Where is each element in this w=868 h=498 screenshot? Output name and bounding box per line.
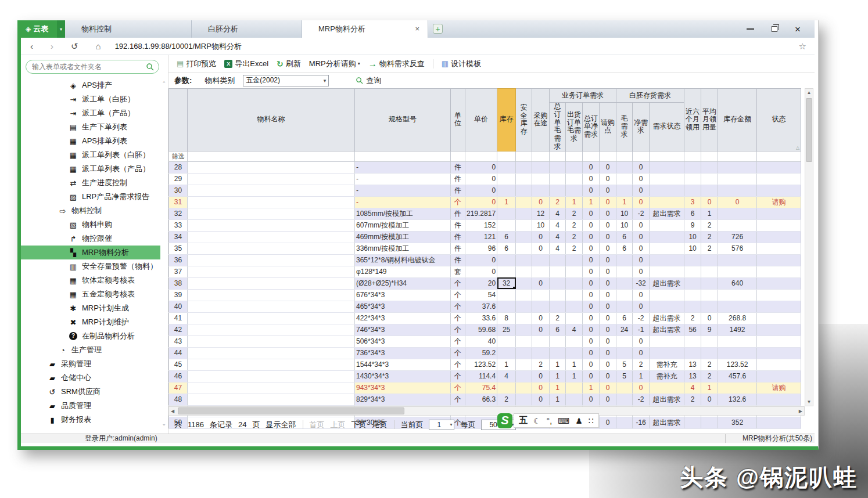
col-header-order-gross[interactable]: 总订单毛需求 bbox=[550, 103, 566, 151]
cell-six-month[interactable] bbox=[684, 289, 701, 301]
cell-spec[interactable]: - bbox=[355, 173, 451, 185]
cell-blank-net[interactable]: 0 bbox=[633, 301, 650, 312]
cell-stock[interactable] bbox=[497, 254, 516, 266]
cell-blank-net[interactable]: 0 bbox=[633, 231, 650, 243]
grid-icon[interactable]: ∷ bbox=[589, 416, 594, 425]
cell-six-month[interactable]: 2 bbox=[684, 394, 701, 405]
cell-transit[interactable]: 10 bbox=[532, 219, 550, 231]
show-all-button[interactable]: 显示全部 bbox=[266, 420, 296, 430]
cell-req-point[interactable]: 0 bbox=[600, 289, 616, 301]
cell-safety[interactable] bbox=[516, 173, 532, 185]
cell-unit[interactable]: 个 bbox=[451, 394, 465, 405]
cell-order-net[interactable]: 0 bbox=[583, 301, 600, 312]
cell-blank-gross[interactable] bbox=[616, 173, 633, 185]
cell-stock[interactable]: 1 bbox=[497, 196, 516, 208]
cell-month-avg[interactable] bbox=[701, 254, 718, 266]
cell-month-avg[interactable]: 1 bbox=[701, 382, 718, 394]
cell-blank-net[interactable]: 0 bbox=[633, 185, 650, 196]
cell-status[interactable] bbox=[757, 243, 801, 254]
cell-order-gross[interactable] bbox=[550, 289, 566, 301]
cell-amount[interactable]: 726 bbox=[718, 231, 757, 243]
cell-status[interactable] bbox=[757, 161, 801, 173]
sidebar-item[interactable]: ✖MRP计划维护 bbox=[21, 315, 160, 329]
cell-spec[interactable]: 506*34*3 bbox=[355, 335, 451, 347]
sidebar-scroll-up-icon[interactable]: ⌃ bbox=[162, 81, 166, 86]
sidebar-item[interactable]: ▦五金定额考核表 bbox=[21, 287, 160, 301]
cell-safety[interactable] bbox=[516, 161, 532, 173]
cell-order-net[interactable]: 0 bbox=[583, 161, 600, 173]
filter-cell-ship-gross[interactable] bbox=[566, 151, 583, 161]
cell-transit[interactable]: 2 bbox=[532, 359, 550, 370]
cell-month-avg[interactable] bbox=[701, 266, 718, 277]
cell-demand-status[interactable] bbox=[650, 335, 684, 347]
cell-month-avg[interactable]: 2 bbox=[701, 243, 718, 254]
cell-ship-gross[interactable]: 2 bbox=[566, 208, 583, 219]
cell-stock[interactable]: 2 bbox=[497, 394, 516, 405]
cell-month-avg[interactable]: 0 bbox=[701, 196, 718, 208]
cell-order-net[interactable]: 0 bbox=[583, 359, 600, 370]
cell-order-gross[interactable]: 2 bbox=[550, 196, 566, 208]
cell-status[interactable] bbox=[757, 301, 801, 312]
cell-name[interactable] bbox=[188, 161, 355, 173]
cell-stock[interactable]: 6 bbox=[497, 231, 516, 243]
cell-stock[interactable] bbox=[497, 335, 516, 347]
cell-ship-gross[interactable] bbox=[566, 347, 583, 359]
cell-amount[interactable] bbox=[718, 266, 757, 277]
cell-blank-net[interactable]: 0 bbox=[633, 196, 650, 208]
cell-month-avg[interactable] bbox=[701, 289, 718, 301]
cell-name[interactable] bbox=[188, 219, 355, 231]
cell-unit[interactable]: 个 bbox=[451, 277, 465, 289]
cell-status[interactable] bbox=[757, 335, 801, 347]
tab-close-icon[interactable]: × bbox=[415, 24, 419, 33]
row-number[interactable]: 35 bbox=[169, 243, 188, 254]
cell-six-month[interactable] bbox=[684, 266, 701, 277]
cell-name[interactable] bbox=[188, 301, 355, 312]
filter-cell-req-point[interactable] bbox=[600, 151, 616, 161]
cell-ship-gross[interactable]: 4 bbox=[566, 324, 583, 335]
cell-stock[interactable]: 32 bbox=[497, 277, 516, 289]
cell-order-gross[interactable]: 4 bbox=[550, 231, 566, 243]
cell-safety[interactable] bbox=[516, 185, 532, 196]
table-row[interactable]: 48829*34*3个66.320100-2超出需求20132.6 bbox=[169, 394, 801, 405]
horizontal-scroll-thumb[interactable] bbox=[178, 407, 404, 414]
cell-stock[interactable] bbox=[497, 173, 516, 185]
sidebar-item[interactable]: ▦派工单列表（产品） bbox=[21, 162, 160, 176]
cell-demand-status[interactable] bbox=[650, 196, 684, 208]
cell-ship-gross[interactable]: 2 bbox=[566, 243, 583, 254]
cell-unit[interactable]: 个 bbox=[451, 335, 465, 347]
tab-material-control[interactable]: 物料控制 bbox=[65, 20, 192, 38]
scroll-right-icon[interactable]: ▶ bbox=[799, 407, 802, 415]
cell-unit[interactable]: 套 bbox=[451, 266, 465, 277]
table-row[interactable]: 31-个010211010300请购 bbox=[169, 196, 801, 208]
cell-price[interactable]: 75.4 bbox=[465, 382, 497, 394]
cell-name[interactable] bbox=[188, 359, 355, 370]
sidebar-item[interactable]: ⇨物料控制 bbox=[21, 204, 160, 218]
cell-req-point[interactable]: 0 bbox=[600, 196, 616, 208]
cell-order-net[interactable]: 0 bbox=[583, 312, 600, 324]
cell-blank-net[interactable]: 0 bbox=[633, 289, 650, 301]
col-header-req-point[interactable]: 请购点 bbox=[600, 103, 616, 151]
cell-name[interactable] bbox=[188, 335, 355, 347]
query-button[interactable]: 查询 bbox=[356, 75, 381, 86]
cell-blank-gross[interactable] bbox=[616, 277, 633, 289]
filter-cell-amount[interactable] bbox=[718, 151, 757, 161]
cell-month-avg[interactable]: 2 bbox=[701, 370, 718, 382]
vertical-scroll-thumb[interactable] bbox=[806, 98, 812, 162]
cell-status[interactable] bbox=[757, 370, 801, 382]
group-header-business[interactable]: 业务订单需求 bbox=[550, 89, 616, 103]
sidebar-item[interactable]: ⇄生产进度控制 bbox=[21, 176, 160, 190]
cell-blank-gross[interactable] bbox=[616, 289, 633, 301]
cell-spec[interactable]: - bbox=[355, 196, 451, 208]
cell-safety[interactable] bbox=[516, 359, 532, 370]
cell-demand-status[interactable] bbox=[650, 185, 684, 196]
cell-stock[interactable] bbox=[497, 185, 516, 196]
cell-req-point[interactable]: 0 bbox=[600, 382, 616, 394]
row-number[interactable]: 40 bbox=[169, 301, 188, 312]
cell-blank-net[interactable]: 0 bbox=[633, 266, 650, 277]
cell-stock[interactable] bbox=[497, 161, 516, 173]
cell-blank-gross[interactable] bbox=[616, 254, 633, 266]
cell-blank-gross[interactable]: 1 bbox=[616, 196, 633, 208]
back-icon[interactable]: ‹ bbox=[30, 41, 33, 51]
cell-demand-status[interactable] bbox=[650, 266, 684, 277]
cell-stock[interactable]: 4 bbox=[497, 370, 516, 382]
